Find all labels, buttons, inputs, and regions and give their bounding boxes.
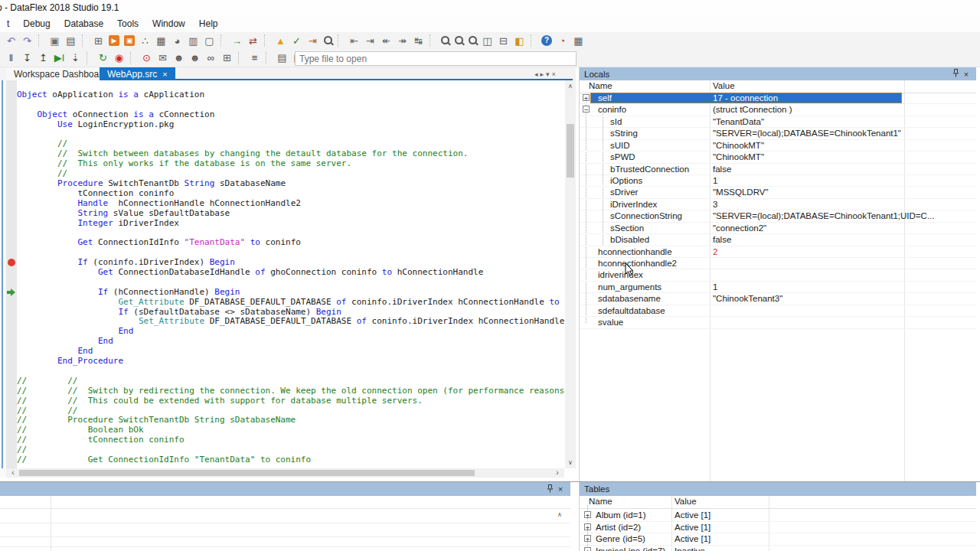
- dataflex-editor-icon[interactable]: ▶: [109, 35, 119, 46]
- locals-row-num_arguments[interactable]: num_arguments1: [580, 282, 976, 293]
- print-icon[interactable]: ▤: [63, 34, 79, 47]
- table-explorer-icon[interactable]: ▥: [185, 34, 201, 47]
- about-icon[interactable]: ◔: [554, 34, 570, 47]
- code-line[interactable]: Get ConnectionIdInfo "TenantData" to con…: [17, 238, 565, 248]
- menu-item-help[interactable]: Help: [192, 18, 225, 29]
- expand-icon[interactable]: +: [584, 523, 591, 530]
- goto-definition-icon[interactable]: →: [229, 34, 245, 47]
- code-line[interactable]: // Get ConnectionIdInfo "TenantData" to …: [17, 455, 565, 465]
- locals-row-sSection[interactable]: sSection"connection2": [580, 223, 976, 234]
- find-in-files-icon[interactable]: ◫: [479, 34, 495, 47]
- expand-icon[interactable]: +: [584, 547, 591, 551]
- locals-row-sDriver[interactable]: sDriver"MSSQLDRV": [580, 187, 976, 198]
- run-to-cursor-icon[interactable]: ▶I: [51, 51, 67, 65]
- code-line[interactable]: // tConnection coninfo: [17, 435, 565, 445]
- locals-row-sdefaultdatabase[interactable]: sdefaultdatabase: [580, 305, 976, 317]
- restart-debug-icon[interactable]: ↻: [95, 51, 111, 65]
- next-bookmark-icon[interactable]: ↠: [394, 34, 410, 47]
- close-document-icon[interactable]: ×: [552, 70, 556, 78]
- code-line[interactable]: [17, 130, 565, 140]
- prev-bookmark-icon[interactable]: ↞: [378, 34, 394, 47]
- locals-panel-header[interactable]: Locals ×: [580, 67, 976, 80]
- expand-icon[interactable]: +: [584, 535, 591, 542]
- locals-row-sPWD[interactable]: sPWD"ChinookMT": [580, 152, 976, 163]
- prev-position-icon[interactable]: ⇤: [346, 34, 362, 47]
- pin-icon[interactable]: [544, 484, 555, 494]
- locals-row-bTrustedConnection[interactable]: bTrustedConnectionfalse: [580, 164, 976, 175]
- locals-row-sUID[interactable]: sUID"ChinookMT": [580, 140, 976, 152]
- locals-row-sId[interactable]: sId"TenantData": [580, 116, 976, 128]
- debug-log-icon[interactable]: ✉: [155, 51, 171, 65]
- menu-item-t[interactable]: t: [0, 18, 16, 29]
- tab-workspace-dashboard[interactable]: Workspace Dashboard: [6, 67, 115, 80]
- editor-horizontal-scrollbar[interactable]: ‹ ›: [6, 468, 564, 478]
- code-line[interactable]: Get ConnectionDatabaseIdHandle of ghoCon…: [17, 268, 565, 278]
- tables-row[interactable]: +Artist (id=2)Active [1]: [580, 522, 976, 534]
- code-text[interactable]: Object oApplication is a cApplication Ob…: [17, 90, 565, 465]
- close-icon[interactable]: ×: [961, 70, 972, 79]
- editor-gutter[interactable]: [6, 80, 17, 468]
- redo-icon[interactable]: ↷: [19, 34, 35, 47]
- replace-icon[interactable]: ⊟: [495, 34, 511, 47]
- vertical-scroll-thumb[interactable]: [567, 124, 574, 178]
- code-editor[interactable]: Object oApplication is a cApplication Ob…: [6, 80, 565, 468]
- copy-special-icon[interactable]: ⊞: [90, 34, 106, 47]
- tab-scroll-left-icon[interactable]: ◂: [534, 70, 538, 78]
- locals-col-value[interactable]: Value: [713, 81, 735, 90]
- menu-item-debug[interactable]: Debug: [16, 18, 57, 29]
- locals-row-hconnectionhandle2[interactable]: hconnectionhandle2: [580, 258, 976, 269]
- bottom-left-panel-header[interactable]: ×: [0, 482, 570, 496]
- tables-column-headers[interactable]: Name Value: [580, 496, 976, 509]
- tables-panel-header[interactable]: Tables: [580, 482, 976, 496]
- debug-webapp-icon[interactable]: ☻: [187, 51, 203, 65]
- scroll-down-icon[interactable]: ∨: [565, 459, 576, 466]
- find-icon[interactable]: [438, 34, 452, 47]
- code-line[interactable]: End_Procedure: [17, 357, 565, 367]
- menu-item-tools[interactable]: Tools: [110, 18, 145, 29]
- todo-list-icon[interactable]: ▲: [273, 34, 289, 47]
- locals-row-sString[interactable]: sString"SERVER=(local);DATABASE=ChinookT…: [580, 128, 976, 139]
- tables-row[interactable]: +InvoiceLine (id=7)Inactive: [580, 546, 976, 551]
- help-icon[interactable]: ?: [541, 35, 552, 46]
- find-file-icon[interactable]: [321, 34, 335, 47]
- toggle-bookmark-icon[interactable]: ↹: [410, 34, 426, 47]
- undo-icon[interactable]: ↶: [3, 34, 19, 47]
- code-line[interactable]: // // This could be extended with suppor…: [17, 396, 565, 406]
- horizontal-scroll-thumb[interactable]: [19, 470, 475, 476]
- expand-icon[interactable]: +: [583, 94, 590, 101]
- code-line[interactable]: Integer iDriverIndex: [17, 219, 565, 229]
- view-grid-icon[interactable]: ▦: [570, 34, 586, 47]
- run-program-icon[interactable]: ⇥: [305, 34, 321, 47]
- step-over-icon[interactable]: ↥: [35, 51, 51, 65]
- tables-row[interactable]: +Genre (id=5)Active [1]: [580, 533, 976, 546]
- tab-close-icon[interactable]: ×: [162, 70, 167, 79]
- find-next-icon[interactable]: [452, 34, 466, 47]
- locals-row-coninfo[interactable]: −coninfo(struct tConnection ): [580, 104, 976, 116]
- pin-icon[interactable]: [950, 69, 961, 79]
- menu-item-window[interactable]: Window: [145, 18, 192, 29]
- tables-col-value[interactable]: Value: [675, 497, 697, 506]
- scroll-left-icon[interactable]: ‹: [8, 468, 18, 478]
- watches-icon[interactable]: ∞: [203, 51, 219, 65]
- collapse-icon[interactable]: −: [583, 106, 590, 112]
- code-line[interactable]: [17, 367, 565, 377]
- locals-column-headers[interactable]: Name Value: [580, 80, 976, 93]
- unlock-icon[interactable]: ◧: [511, 34, 528, 47]
- step-out-icon[interactable]: ⇣: [67, 51, 83, 65]
- editor-vertical-scrollbar[interactable]: ∧ ∨: [565, 80, 576, 468]
- code-line[interactable]: // This only works if the database is on…: [17, 159, 565, 169]
- locals-row-sConnectionString[interactable]: sConnectionString"SERVER=(local);DATABAS…: [580, 210, 976, 222]
- locals-col-name[interactable]: Name: [589, 81, 612, 90]
- menu-item-database[interactable]: Database: [57, 18, 110, 29]
- toggle-breakpoint-icon[interactable]: ⊙: [139, 51, 155, 65]
- compile-check-icon[interactable]: ✓: [289, 34, 305, 47]
- locals-row-sdatabasename[interactable]: sdatabasename"ChinookTenant3": [580, 293, 976, 305]
- breakpoint-list-icon[interactable]: ≡: [247, 51, 263, 65]
- tab-list-icon[interactable]: ▾: [546, 70, 550, 78]
- close-icon[interactable]: ×: [555, 484, 566, 494]
- stop-debug-icon[interactable]: ◉: [111, 51, 127, 65]
- designer-icon[interactable]: ▣: [124, 35, 135, 46]
- next-position-icon[interactable]: ⇥: [362, 34, 378, 47]
- breakpoint-marker[interactable]: [8, 259, 15, 266]
- tables-row[interactable]: +Album (id=1)Active [1]: [580, 510, 976, 522]
